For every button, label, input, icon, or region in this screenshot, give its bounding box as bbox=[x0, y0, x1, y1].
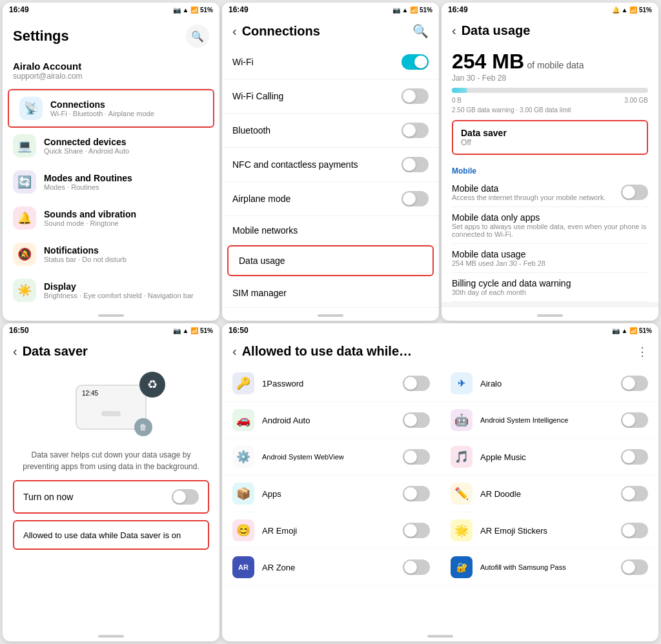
android-intelligence-name: Android System Intelligence bbox=[480, 416, 568, 424]
data-saver-status: Off bbox=[461, 138, 639, 147]
app-item-autofill[interactable]: 🔐 Autofill with Samsung Pass bbox=[440, 549, 658, 586]
android-intelligence-icon: 🤖 bbox=[451, 409, 473, 431]
usage-warning-text: 2.50 GB data warning · 3.00 GB data limi… bbox=[452, 106, 648, 114]
conn-item-hotspot[interactable]: Mobile Hotspot and Tethering bbox=[222, 308, 439, 310]
ar-doodle-left: ✏️ AR Doodle bbox=[451, 483, 521, 505]
settings-item-connections[interactable]: 📡 Connections Wi-Fi · Bluetooth · Airpla… bbox=[8, 89, 214, 128]
more-menu-icon[interactable]: ⋮ bbox=[636, 345, 648, 359]
ar-emoji-stickers-toggle[interactable] bbox=[621, 523, 648, 538]
wifi-toggle[interactable] bbox=[402, 54, 429, 70]
ar-emoji-toggle[interactable] bbox=[403, 523, 430, 538]
app-item-android-webview[interactable]: ⚙️ Android System WebView bbox=[222, 439, 440, 476]
connected-devices-icon: 💻 bbox=[13, 134, 36, 157]
allowed-back[interactable]: ‹ bbox=[232, 344, 237, 359]
conn-item-sim[interactable]: SIM manager bbox=[222, 279, 439, 308]
turn-on-row[interactable]: Turn on now bbox=[13, 480, 209, 514]
conn-item-wifi-calling[interactable]: Wi-Fi Calling bbox=[222, 79, 439, 114]
autofill-icon: 🔐 bbox=[451, 556, 473, 578]
conn-item-nfc[interactable]: NFC and contactless payments bbox=[222, 148, 439, 182]
notifications-text: Notifications Status bar · Do not distur… bbox=[44, 245, 127, 263]
modes-icon: 🔄 bbox=[13, 170, 36, 194]
allowed-apps-header: ‹ Allowed to use data while… ⋮ bbox=[222, 337, 658, 365]
settings-item-notifications[interactable]: 🔕 Notifications Status bar · Do not dist… bbox=[3, 236, 219, 272]
status-icons-text-3: 🔔 ▲ 📶 51% bbox=[612, 6, 652, 14]
data-period: Jan 30 - Feb 28 bbox=[452, 74, 648, 83]
account-section[interactable]: Airalo Account support@airalo.com bbox=[3, 53, 219, 88]
connected-devices-title: Connected devices bbox=[44, 137, 129, 147]
status-bar-1: 16:49 📷 ▲ 📶 51% bbox=[3, 3, 219, 17]
bottom-handle-5 bbox=[427, 635, 453, 638]
sounds-text: Sounds and vibration Sound mode · Ringto… bbox=[44, 209, 136, 227]
settings-list: 📡 Connections Wi-Fi · Bluetooth · Airpla… bbox=[3, 89, 219, 310]
allowed-apps-title: Allowed to use data while… bbox=[242, 344, 631, 359]
connections-back-button[interactable]: ‹ bbox=[232, 24, 237, 39]
conn-item-airplane[interactable]: Airplane mode bbox=[222, 182, 439, 216]
1password-icon: 🔑 bbox=[232, 372, 254, 394]
allowed-row[interactable]: Allowed to use data while Data saver is … bbox=[13, 520, 209, 550]
conn-sim-label: SIM manager bbox=[232, 288, 287, 298]
connections-icon: 📡 bbox=[19, 97, 43, 120]
time-3: 16:49 bbox=[448, 5, 468, 14]
app-item-ar-zone[interactable]: AR AR Zone bbox=[222, 549, 440, 586]
ar-doodle-toggle[interactable] bbox=[621, 486, 648, 501]
android-auto-toggle[interactable] bbox=[403, 412, 430, 428]
mobile-only-apps-sub: Set apps to always use mobile data, even… bbox=[452, 223, 648, 238]
mobile-data-toggle[interactable] bbox=[621, 185, 648, 200]
data-saver-header: ‹ Data saver bbox=[3, 337, 219, 365]
settings-item-modes[interactable]: 🔄 Modes and Routines Modes · Routines bbox=[3, 164, 219, 200]
phone-mock-time: 12:45 bbox=[82, 390, 98, 397]
mobile-only-apps-item[interactable]: Mobile data only apps Set apps to always… bbox=[452, 207, 648, 244]
connections-search-icon[interactable]: 🔍 bbox=[412, 23, 429, 39]
settings-item-wallpaper[interactable]: 🖼️ Wallpaper and style Wallpapers · Colo… bbox=[3, 308, 219, 310]
wifi-section-label: Wi-Fi bbox=[452, 307, 648, 310]
conn-nfc-label: NFC and contactless payments bbox=[232, 159, 358, 170]
data-usage-header: ‹ Data usage bbox=[442, 17, 658, 45]
apps-toggle[interactable] bbox=[403, 486, 430, 501]
settings-item-connected-devices[interactable]: 💻 Connected devices Quick Share · Androi… bbox=[3, 128, 219, 164]
mobile-data-item[interactable]: Mobile data Access the internet through … bbox=[452, 178, 648, 207]
autofill-toggle[interactable] bbox=[621, 559, 648, 575]
app-item-apps[interactable]: 📦 Apps bbox=[222, 476, 440, 512]
android-intelligence-toggle[interactable] bbox=[621, 412, 648, 428]
data-saver-screen: 16:50 📷 ▲ 📶 51% ‹ Data saver 12:45 ♻ 🗑 D… bbox=[3, 323, 219, 641]
settings-search-button[interactable]: 🔍 bbox=[186, 25, 209, 48]
mobile-usage-title: Mobile data usage bbox=[452, 249, 648, 259]
airalo-toggle[interactable] bbox=[621, 376, 648, 391]
android-webview-toggle[interactable] bbox=[403, 449, 430, 465]
sounds-icon: 🔔 bbox=[13, 206, 36, 230]
app-item-ar-doodle[interactable]: ✏️ AR Doodle bbox=[440, 476, 658, 512]
data-saver-box[interactable]: Data saver Off bbox=[452, 120, 648, 155]
mobile-usage-item[interactable]: Mobile data usage 254 MB used Jan 30 - F… bbox=[452, 244, 648, 273]
turn-on-toggle[interactable] bbox=[172, 489, 199, 505]
app-item-android-intelligence[interactable]: 🤖 Android System Intelligence bbox=[440, 402, 658, 439]
settings-item-sounds[interactable]: 🔔 Sounds and vibration Sound mode · Ring… bbox=[3, 200, 219, 236]
app-item-android-auto[interactable]: 🚗 Android Auto bbox=[222, 402, 440, 439]
settings-item-display[interactable]: ☀️ Display Brightness · Eye comfort shie… bbox=[3, 272, 219, 308]
billing-item[interactable]: Billing cycle and data warning 30th day … bbox=[452, 273, 648, 302]
app-item-ar-emoji-stickers[interactable]: 🌟 AR Emoji Stickers bbox=[440, 512, 658, 549]
data-usage-back[interactable]: ‹ bbox=[452, 23, 456, 38]
allowed-label: Allowed to use data while Data saver is … bbox=[23, 530, 181, 540]
bluetooth-toggle[interactable] bbox=[402, 123, 429, 138]
conn-item-bluetooth[interactable]: Bluetooth bbox=[222, 114, 439, 148]
conn-item-data-usage[interactable]: Data usage bbox=[227, 245, 434, 276]
connections-content: ‹ Connections 🔍 Wi-Fi Wi-Fi Calling Blue… bbox=[222, 17, 439, 310]
usage-bar-fill bbox=[452, 88, 467, 93]
app-item-apple-music[interactable]: 🎵 Apple Music bbox=[440, 439, 658, 476]
ar-zone-toggle[interactable] bbox=[403, 559, 430, 575]
app-item-airalo[interactable]: ✈ Airalo bbox=[440, 365, 658, 402]
wifi-calling-toggle[interactable] bbox=[402, 88, 429, 104]
data-amount-row: 254 MB of mobile data bbox=[452, 50, 648, 74]
1password-toggle[interactable] bbox=[403, 376, 430, 391]
airplane-toggle[interactable] bbox=[402, 191, 429, 206]
nfc-toggle[interactable] bbox=[402, 157, 429, 172]
data-saver-back[interactable]: ‹ bbox=[13, 344, 17, 359]
conn-item-wifi[interactable]: Wi-Fi bbox=[222, 45, 439, 79]
status-bar-5: 16:50 📷 ▲ 📶 51% bbox=[222, 323, 658, 337]
autofill-name: Autofill with Samsung Pass bbox=[480, 563, 566, 571]
conn-item-mobile-networks[interactable]: Mobile networks bbox=[222, 216, 439, 245]
ar-zone-left: AR AR Zone bbox=[232, 556, 295, 578]
app-item-1password[interactable]: 🔑 1Password bbox=[222, 365, 440, 402]
apple-music-toggle[interactable] bbox=[621, 449, 648, 465]
app-item-ar-emoji[interactable]: 😊 AR Emoji bbox=[222, 512, 440, 549]
